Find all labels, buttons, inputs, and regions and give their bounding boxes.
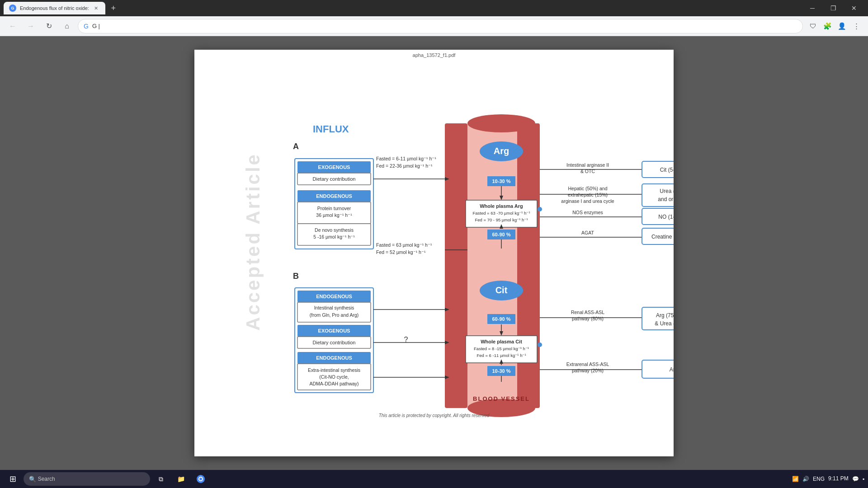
back-button[interactable]: ←	[5, 19, 20, 33]
influx-label: INFLUX	[313, 123, 349, 135]
svg-text:ENDOGENOUS: ENDOGENOUS	[316, 193, 352, 199]
svg-text:10-30 %: 10-30 %	[492, 178, 511, 184]
diagram-svg: INFLUX EFLUX A B BLOOD VESSEL	[194, 50, 674, 456]
svg-rect-54	[642, 184, 674, 206]
svg-text:extrahepatic (15%): extrahepatic (15%)	[568, 192, 608, 197]
svg-text:BLOOD VESSEL: BLOOD VESSEL	[473, 395, 530, 402]
search-text: Search	[38, 476, 55, 482]
svg-text:Fed = 52 µmol kg⁻¹ h⁻¹: Fed = 52 µmol kg⁻¹ h⁻¹	[376, 249, 426, 255]
svg-point-35	[538, 207, 542, 211]
svg-rect-2	[467, 123, 517, 408]
svg-text:Fasted = 63 -70 µmol kg⁻¹ h⁻¹: Fasted = 63 -70 µmol kg⁻¹ h⁻¹	[472, 211, 530, 216]
svg-text:EXOGENOUS: EXOGENOUS	[318, 328, 350, 333]
svg-text:Fed = 22-36 µmol kg⁻¹ h⁻¹: Fed = 22-36 µmol kg⁻¹ h⁻¹	[376, 163, 433, 169]
svg-text:Whole plasma Cit: Whole plasma Cit	[481, 339, 522, 344]
svg-text:(from Gln, Pro and Arg): (from Gln, Pro and Arg)	[310, 312, 359, 318]
svg-point-3	[467, 114, 535, 132]
extensions-icon[interactable]: 🧩	[821, 20, 834, 33]
start-button[interactable]: ⊞	[4, 471, 22, 487]
svg-text:Fasted = 63 µmol kg⁻¹ h⁻¹: Fasted = 63 µmol kg⁻¹ h⁻¹	[376, 242, 432, 248]
svg-text:36 µmol kg⁻¹ h⁻¹: 36 µmol kg⁻¹ h⁻¹	[316, 212, 352, 218]
svg-text:Renal ASS-ASL: Renal ASS-ASL	[571, 310, 604, 315]
svg-text:Fasted = 6-11 µmol kg⁻¹ h⁻¹: Fasted = 6-11 µmol kg⁻¹ h⁻¹	[376, 156, 436, 161]
svg-text:Extra-intestinal synthesis: Extra-intestinal synthesis	[308, 367, 360, 373]
svg-point-121	[199, 478, 202, 480]
svg-text:Intestinal synthesis: Intestinal synthesis	[314, 305, 354, 310]
svg-text:& Urea (0-10%): & Urea (0-10%)	[655, 320, 674, 327]
svg-text:ADMA-DDAH pathway): ADMA-DDAH pathway)	[309, 381, 359, 386]
svg-text:Whole plasma Arg: Whole plasma Arg	[480, 203, 523, 209]
taskbar-right: 📶 🔊 ENG 9:11 PM 💬 ▪	[792, 475, 864, 483]
svg-text:Fed = 6 -11 µmol kg⁻¹ h⁻¹: Fed = 6 -11 µmol kg⁻¹ h⁻¹	[476, 353, 526, 358]
svg-text:60-90 %: 60-90 %	[492, 232, 511, 237]
home-button[interactable]: ⌂	[60, 19, 74, 33]
title-bar: G Endogenous flux of nitric oxide: ✕ + ─…	[0, 0, 868, 16]
profile-icon[interactable]: 👤	[835, 20, 848, 33]
svg-text:Arg (75-100%): Arg (75-100%)	[656, 312, 674, 319]
svg-text:Cit: Cit	[495, 285, 508, 295]
google-icon: G	[84, 23, 89, 30]
address-bar[interactable]: G	[78, 19, 803, 33]
reload-button[interactable]: ↻	[42, 19, 56, 33]
svg-rect-0	[445, 123, 467, 408]
svg-text:ENDOGENOUS: ENDOGENOUS	[316, 355, 352, 361]
chrome-button[interactable]	[192, 471, 210, 487]
svg-text:Arg: Arg	[494, 146, 509, 156]
svg-text:Extrarenal ASS-ASL: Extrarenal ASS-ASL	[566, 361, 609, 367]
network-icon: 📶	[792, 476, 799, 482]
close-button[interactable]: ✕	[844, 0, 864, 16]
svg-text:Fed = 70 - 95 µmol kg⁻¹ h⁻¹: Fed = 70 - 95 µmol kg⁻¹ h⁻¹	[475, 217, 528, 222]
search-icon: 🔍	[29, 476, 36, 483]
svg-text:(Cit-NO cycle,: (Cit-NO cycle,	[319, 374, 349, 380]
svg-text:& OTC: & OTC	[580, 169, 595, 174]
svg-text:Protein turnover: Protein turnover	[317, 206, 351, 211]
browser-content: apha_13572_f1.pdf Accepted Article INFLU…	[0, 36, 868, 470]
svg-text:pathway (20%): pathway (20%)	[572, 368, 604, 373]
svg-text:Arg: Arg	[670, 366, 674, 373]
show-desktop-button[interactable]: ▪	[863, 476, 864, 482]
svg-text:Urea (15%): Urea (15%)	[660, 188, 674, 194]
window-controls: ─ ❐ ✕	[802, 0, 864, 16]
language-indicator: ENG	[813, 476, 825, 482]
time-display: 9:11 PM	[828, 475, 849, 483]
svg-text:Fasted = 8 -15 µmol kg⁻¹ h⁻¹: Fasted = 8 -15 µmol kg⁻¹ h⁻¹	[474, 346, 529, 351]
svg-text:NOS enzymes: NOS enzymes	[572, 210, 603, 215]
menu-icon[interactable]: ⋮	[850, 20, 863, 33]
notification-icon[interactable]: 💬	[852, 476, 859, 482]
svg-text:pathway (80%): pathway (80%)	[572, 316, 604, 321]
svg-point-99	[538, 343, 542, 347]
svg-text:and  ornithine: and ornithine	[658, 196, 674, 202]
tab-favicon: G	[9, 5, 16, 12]
svg-text:EXOGENOUS: EXOGENOUS	[318, 164, 350, 170]
svg-text:This article is protected by c: This article is protected by copyright. …	[379, 413, 490, 418]
shield-icon[interactable]: 🛡	[807, 20, 819, 33]
search-bar[interactable]: 🔍 Search	[24, 472, 150, 486]
clock: 9:11 PM	[828, 475, 849, 483]
minimize-button[interactable]: ─	[802, 0, 823, 16]
pdf-viewer: apha_13572_f1.pdf Accepted Article INFLU…	[194, 50, 674, 456]
svg-text:NO (1-2,8%): NO (1-2,8%)	[658, 214, 674, 220]
svg-text:Cit (5-10%): Cit (5-10%)	[660, 167, 674, 173]
svg-rect-1	[517, 123, 540, 408]
taskbar: ⊞ 🔍 Search ⧉ 📁 📶 🔊 ENG 9:11 PM 💬 ▪	[0, 470, 868, 488]
browser-window: G Endogenous flux of nitric oxide: ✕ + ─…	[0, 0, 868, 470]
active-tab[interactable]: G Endogenous flux of nitric oxide: ✕	[4, 2, 105, 14]
new-tab-button[interactable]: +	[107, 2, 120, 14]
svg-text:Intestinal arginase II: Intestinal arginase II	[566, 162, 609, 168]
svg-text:Hepatic (50%) and: Hepatic (50%) and	[568, 186, 608, 191]
file-explorer-button[interactable]: 📁	[172, 471, 190, 487]
svg-text:arginase I and urea cycle: arginase I and urea cycle	[561, 198, 614, 204]
task-view-button[interactable]: ⧉	[152, 471, 170, 487]
section-b-label: B	[293, 272, 299, 281]
address-input[interactable]	[92, 23, 797, 29]
svg-text:Creatine (10-30%): Creatine (10-30%)	[651, 234, 674, 240]
svg-rect-116	[642, 360, 674, 378]
maximize-button[interactable]: ❐	[823, 0, 844, 16]
tab-title: Endogenous flux of nitric oxide:	[20, 5, 89, 11]
svg-text:ENDOGENOUS: ENDOGENOUS	[316, 294, 352, 299]
tab-close-button[interactable]: ✕	[93, 5, 100, 12]
svg-text:Dietary contribution: Dietary contribution	[313, 340, 356, 345]
svg-text:Dietary contribution: Dietary contribution	[313, 176, 356, 182]
navigation-bar: ← → ↻ ⌂ G 🛡 🧩 👤 ⋮	[0, 16, 868, 36]
forward-button[interactable]: →	[24, 19, 38, 33]
